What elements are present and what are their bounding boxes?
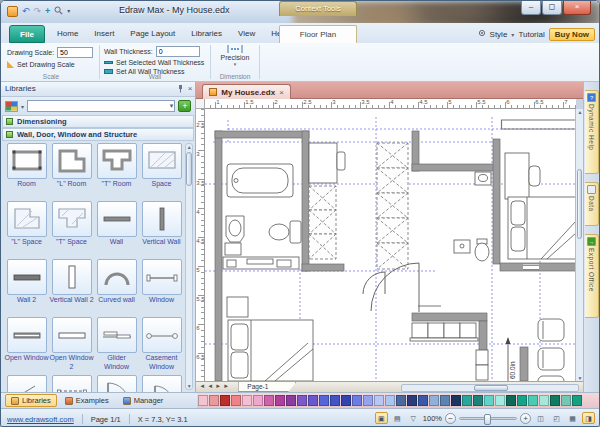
side-tab-export-office[interactable]: →Export Office	[585, 234, 599, 318]
library-scrollbar-thumb[interactable]	[186, 152, 192, 186]
shape-wall[interactable]: Wall	[94, 201, 139, 259]
precision-button[interactable]: Precision ▾	[213, 45, 257, 67]
color-swatch[interactable]	[396, 395, 406, 406]
shape-curved-wall[interactable]: Curved wall	[94, 259, 139, 317]
section-dimensioning[interactable]: Dimensioning	[2, 115, 194, 128]
side-tab-dynamic-help[interactable]: ?Dynamic Help	[585, 90, 599, 174]
shape-room[interactable]: Room	[4, 143, 49, 201]
minimize-button[interactable]: –	[521, 1, 541, 15]
color-swatch[interactable]	[385, 395, 395, 406]
color-swatch[interactable]	[429, 395, 439, 406]
library-scrollbar[interactable]: ▲ ▼	[185, 143, 193, 390]
fit-window-icon[interactable]: ◫	[534, 412, 547, 424]
color-swatch[interactable]	[330, 395, 340, 406]
tab-home[interactable]: Home	[49, 25, 86, 43]
color-swatch[interactable]	[341, 395, 351, 406]
style-caret-icon[interactable]: ▾	[511, 31, 514, 38]
horizontal-scrollbar-thumb[interactable]	[474, 385, 508, 391]
color-swatch[interactable]	[308, 395, 318, 406]
tab-insert[interactable]: Insert	[86, 25, 122, 43]
color-swatch[interactable]	[253, 395, 263, 406]
zoom-area-icon[interactable]: ◰	[550, 412, 563, 424]
shape-casement-window[interactable]: Casement Window	[139, 317, 184, 375]
page-navigation-buttons[interactable]: ◄◄►►	[199, 383, 231, 389]
shape-l-room[interactable]: "L" Room	[49, 143, 94, 201]
panel-tab-libraries[interactable]: Libraries	[5, 394, 57, 407]
pan-mode-icon[interactable]: ◨	[582, 412, 595, 424]
color-swatch[interactable]	[550, 395, 560, 406]
style-gear-icon[interactable]	[478, 29, 486, 39]
zoom-in-button[interactable]: +	[520, 413, 531, 424]
shape-glider-window[interactable]: Glider Window	[94, 317, 139, 375]
drawing-scale-input[interactable]	[57, 47, 93, 58]
color-swatch[interactable]	[473, 395, 483, 406]
tab-floor-plan[interactable]: Floor Plan	[279, 25, 357, 43]
page-tab[interactable]: Page-1	[238, 382, 296, 392]
color-swatch[interactable]	[209, 395, 219, 406]
shape-door[interactable]	[94, 375, 139, 392]
document-close-icon[interactable]: ×	[279, 88, 284, 97]
vertical-scrollbar-thumb[interactable]	[577, 169, 582, 239]
color-swatch[interactable]	[462, 395, 472, 406]
redo-icon[interactable]: ↷	[34, 6, 42, 16]
pin-icon[interactable]	[177, 84, 184, 95]
tab-view[interactable]: View	[230, 25, 263, 43]
library-view-icon[interactable]	[5, 101, 18, 112]
shape-l-space[interactable]: "L" Space	[4, 201, 49, 259]
edrawsoft-link[interactable]: www.edrawsoft.com	[7, 415, 74, 424]
color-swatch[interactable]	[407, 395, 417, 406]
color-swatch[interactable]	[231, 395, 241, 406]
shape-window-diagonal[interactable]	[4, 375, 49, 392]
color-swatch[interactable]	[275, 395, 285, 406]
page-view-icon[interactable]: ▤	[391, 412, 404, 424]
shape-sliding-door[interactable]	[49, 375, 94, 392]
style-button[interactable]: Style	[490, 30, 508, 39]
shape-vertical-wall[interactable]: Vertical Wall	[139, 201, 184, 259]
shape-wall-2[interactable]: Wall 2	[4, 259, 49, 317]
library-search-combobox[interactable]: ▾	[27, 100, 175, 112]
shape-open-window[interactable]: Open Window	[4, 317, 49, 375]
filter-view-icon[interactable]: ▽	[407, 412, 420, 424]
canvas-vertical-scrollbar[interactable]: ▲ ▼	[575, 109, 583, 381]
shape-vertical-wall-2[interactable]: Vertical Wall 2	[49, 259, 94, 317]
color-swatch[interactable]	[561, 395, 571, 406]
color-swatch[interactable]	[572, 395, 582, 406]
color-swatch[interactable]	[374, 395, 384, 406]
tutorial-button[interactable]: Tutorial	[518, 30, 544, 39]
color-swatch[interactable]	[198, 395, 208, 406]
pan-icon[interactable]: +	[45, 6, 50, 16]
edraw-logo-icon[interactable]	[7, 6, 18, 17]
set-selected-wall-thickness-button[interactable]: Set Selected Wall Thickness	[116, 59, 204, 66]
shape-door-2[interactable]	[139, 375, 184, 392]
zoom-slider-thumb[interactable]	[484, 414, 491, 425]
shape-space[interactable]: Space	[139, 143, 184, 201]
qat-menu-caret-icon[interactable]: ▾	[67, 6, 70, 16]
color-swatch[interactable]	[418, 395, 428, 406]
color-swatch[interactable]	[528, 395, 538, 406]
color-swatch[interactable]	[517, 395, 527, 406]
multi-page-icon[interactable]: ▦	[566, 412, 579, 424]
normal-view-icon[interactable]: ▣	[375, 412, 388, 424]
section-wall-door-window[interactable]: Wall, Door, Window and Structure	[2, 128, 194, 141]
document-tab[interactable]: My House.edx ×	[202, 84, 290, 99]
canvas-horizontal-scrollbar[interactable]	[401, 384, 579, 392]
buy-now-button[interactable]: Buy Now	[549, 28, 595, 41]
color-swatch[interactable]	[220, 395, 230, 406]
wall-thickness-input[interactable]	[156, 46, 200, 57]
panel-tab-examples[interactable]: Examples	[59, 394, 115, 407]
zoom-tool-icon[interactable]	[54, 6, 63, 17]
set-drawing-scale-button[interactable]: Set Drawing Scale	[17, 61, 75, 68]
maximize-button[interactable]: ◻	[542, 1, 562, 15]
color-swatch[interactable]	[506, 395, 516, 406]
color-swatch[interactable]	[319, 395, 329, 406]
color-swatch[interactable]	[495, 395, 505, 406]
close-button[interactable]: ×	[563, 1, 591, 15]
tab-libraries[interactable]: Libraries	[183, 25, 230, 43]
color-swatch[interactable]	[363, 395, 373, 406]
shape-t-space[interactable]: "T" Space	[49, 201, 94, 259]
color-swatch[interactable]	[484, 395, 494, 406]
tab-file[interactable]: File	[9, 25, 45, 43]
color-swatch[interactable]	[286, 395, 296, 406]
shape-t-room[interactable]: "T" Room	[94, 143, 139, 201]
panel-tab-manager[interactable]: Manager	[117, 394, 170, 407]
